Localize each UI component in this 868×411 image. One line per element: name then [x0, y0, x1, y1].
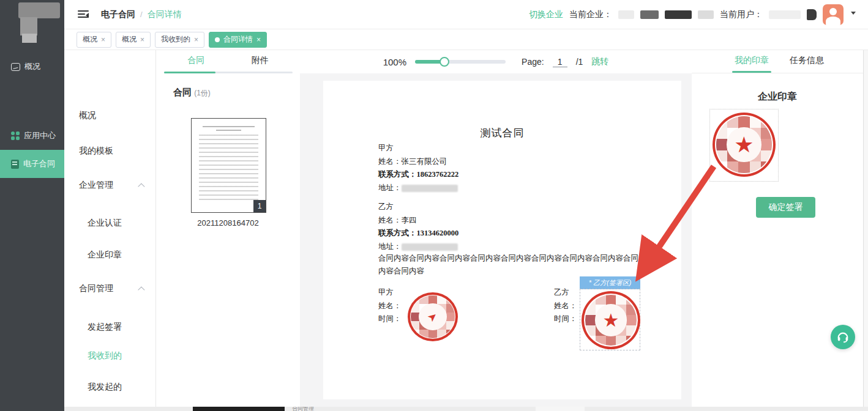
redacted-address	[402, 243, 458, 251]
switch-company-link[interactable]: 切换企业	[529, 9, 563, 20]
workspace-tab[interactable]: 概况 ×	[116, 32, 151, 48]
redacted-company-name	[640, 10, 659, 19]
nav-item-company-seal[interactable]: 企业印章	[64, 248, 156, 262]
nav-item-contract-mgmt[interactable]: 合同管理	[64, 281, 156, 296]
workspace-tab-active[interactable]: 合同详情 ×	[209, 32, 267, 48]
breadcrumb-current: 合同详情	[148, 9, 182, 20]
company-seal-box[interactable]: ★	[709, 109, 779, 182]
sidebar-item-overview[interactable]: 概况	[0, 55, 64, 78]
redacted-user-name	[769, 10, 801, 19]
contract-file-name: 20211208164702	[156, 218, 300, 228]
company-logo	[0, 0, 64, 38]
sign-zone-label: * 乙方(签署区)	[580, 276, 640, 289]
collapse-menu-icon[interactable]	[78, 10, 89, 19]
viewer-canvas: 测试合同 甲方 姓名：张三有限公司 联系方式：18623762222 地址： 乙…	[300, 73, 692, 407]
redacted-address	[402, 185, 458, 192]
zoom-slider[interactable]	[415, 60, 506, 64]
close-icon[interactable]: ×	[194, 36, 198, 43]
module-nav: 概况 我的模板 企业管理 企业认证 企业印章 合同管理 发起签署 我收到的 我发…	[64, 50, 156, 407]
workspace-tabbar: 概况 × 概况 × 我收到的 × 合同详情 ×	[64, 29, 868, 50]
nav-item-company-mgmt[interactable]: 企业管理	[64, 178, 156, 193]
page-label: Page:	[522, 57, 544, 67]
page-total: /1	[576, 57, 583, 67]
nav-item-company-auth[interactable]: 企业认证	[64, 216, 156, 231]
background-window-sliver: 合同管理	[64, 407, 868, 411]
seal-panel-tabs: 我的印章 任务信息	[692, 50, 863, 73]
confirm-sign-button[interactable]: 确定签署	[756, 197, 815, 218]
nav-item-my-templates[interactable]: 我的模板	[64, 144, 156, 158]
header: 电子合同 / 合同详情 切换企业 当前企业： 当前用户：	[64, 0, 868, 29]
breadcrumb-separator: /	[140, 10, 143, 19]
seal-panel-title: 企业印章	[692, 91, 863, 103]
contract-thumbnail[interactable]: 1	[191, 118, 266, 213]
jump-link[interactable]: 跳转	[591, 56, 608, 67]
redacted-company-name	[698, 10, 714, 19]
background-window-segment	[193, 407, 285, 411]
tab-label: 概况	[83, 34, 97, 45]
headset-icon	[836, 330, 850, 344]
signature-a-labels: 甲方 姓名： 时间：	[378, 286, 402, 326]
thumbnail-text-lines	[199, 135, 258, 202]
workspace-tab[interactable]: 概况 ×	[77, 32, 111, 48]
chevron-down-icon[interactable]	[851, 12, 856, 17]
chevron-up-icon	[138, 286, 144, 293]
chart-icon	[11, 63, 20, 71]
nav-item-received[interactable]: 我收到的	[64, 349, 156, 363]
nav-item-overview[interactable]: 概况	[64, 108, 156, 123]
tab-label: 我收到的	[161, 34, 190, 45]
seal-arrow-glyph: ➤	[408, 292, 458, 341]
current-company-label: 当前企业：	[569, 9, 612, 20]
redacted-user-name	[807, 9, 817, 20]
sidebar-item-label: 应用中心	[24, 130, 56, 141]
header-right: 切换企业 当前企业： 当前用户：	[529, 4, 868, 25]
tab-attachment[interactable]: 附件	[228, 50, 293, 73]
customer-support-button[interactable]	[831, 325, 855, 349]
document-icon	[11, 160, 19, 169]
sidebar-item-label: 概况	[24, 61, 40, 72]
party-b-block: 乙方 姓名：李四 联系方式：13134620000 地址：	[378, 201, 458, 253]
contract-list-panel: 合同 附件 合同 (1份) 1 20211208164702	[156, 50, 300, 407]
close-icon[interactable]: ×	[140, 36, 144, 43]
contract-body-text: 合同内容合同内容合同内容合同内容合同内容合同内容合同内容合同内容合同内容合同内容…	[378, 252, 671, 278]
seal-star-icon: ★	[582, 291, 640, 349]
tab-contract[interactable]: 合同	[164, 50, 228, 73]
sidebar-item-app-center[interactable]: 应用中心	[0, 124, 64, 147]
page-number-badge: 1	[253, 200, 266, 212]
zoom-level: 100%	[383, 57, 406, 67]
close-icon[interactable]: ×	[101, 36, 105, 43]
seal-panel: 我的印章 任务信息 企业印章 ★ 确定签署	[692, 50, 863, 407]
sidebar-item-label: 电子合同	[23, 158, 55, 169]
tab-label: 概况	[122, 34, 137, 45]
contract-page: 测试合同 甲方 姓名：张三有限公司 联系方式：18623762222 地址： 乙…	[323, 81, 681, 399]
redacted-company-name	[665, 10, 692, 19]
page-scrollbar[interactable]	[863, 50, 868, 411]
sidebar-item-econtract[interactable]: 电子合同	[0, 150, 64, 178]
slider-knob[interactable]	[440, 57, 449, 67]
nav-item-initiated-by-me[interactable]: 我发起的	[64, 380, 156, 394]
page-input[interactable]	[553, 57, 567, 67]
company-seal[interactable]: ★	[713, 113, 776, 177]
user-avatar[interactable]	[823, 4, 844, 25]
contract-panel-tabs: 合同 附件	[164, 50, 292, 73]
close-icon[interactable]: ×	[256, 36, 261, 43]
signature-b-labels: 乙方 姓名： 时间：	[554, 286, 577, 326]
seal-star-icon: ★	[713, 113, 776, 177]
workspace-tab[interactable]: 我收到的 ×	[155, 32, 204, 48]
party-a-seal: ➤	[408, 292, 458, 341]
party-b-seal[interactable]: ★	[582, 291, 640, 349]
tab-label: 合同详情	[223, 34, 253, 45]
contract-list-title: 合同 (1份)	[173, 87, 300, 98]
tab-task-info[interactable]: 任务信息	[790, 50, 824, 73]
tab-my-seal[interactable]: 我的印章	[735, 50, 769, 73]
active-dot-icon	[215, 37, 220, 42]
viewer-toolbar: 100% Page: /1 跳转	[300, 50, 692, 73]
party-a-block: 甲方 姓名：张三有限公司 联系方式：18623762222 地址：	[378, 142, 458, 194]
redacted-company-name	[618, 10, 634, 19]
app-sidebar: 概况 应用中心 电子合同	[0, 0, 64, 411]
contract-title: 测试合同	[323, 126, 681, 140]
background-window-text: 合同管理	[292, 407, 314, 411]
document-viewer: 100% Page: /1 跳转 测试合同 甲方 姓名：张三有限公司 联系方式：…	[300, 50, 692, 407]
nav-item-initiate-sign[interactable]: 发起签署	[64, 320, 156, 335]
breadcrumb-root[interactable]: 电子合同	[101, 9, 135, 20]
current-user-label: 当前用户：	[720, 9, 763, 20]
